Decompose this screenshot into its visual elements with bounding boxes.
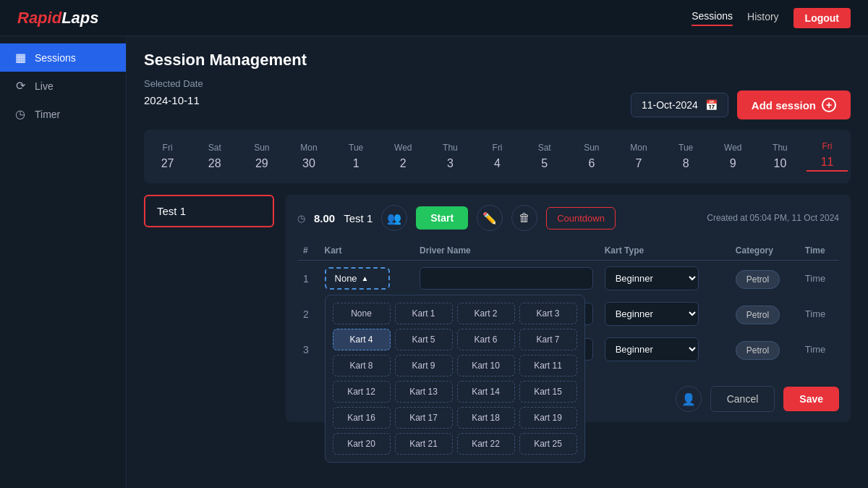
cancel-button[interactable]: Cancel xyxy=(710,386,775,412)
kart-option-kart-12[interactable]: Kart 12 xyxy=(333,381,391,403)
table-row: 1None▲NoneKart 1Kart 2Kart 3Kart 4Kart 5… xyxy=(297,261,839,297)
time-cell: Time xyxy=(799,261,839,297)
cal-day-30[interactable]: Mon30 xyxy=(285,138,332,174)
col-num: # xyxy=(297,241,319,261)
calendar-row: Fri27Sat28Sun29Mon30Tue1Wed2Thu3Fri4Sat5… xyxy=(144,130,851,183)
kart-option-kart-15[interactable]: Kart 15 xyxy=(519,381,577,403)
cal-day-7[interactable]: Mon7 xyxy=(615,138,662,174)
cal-day-27[interactable]: Fri27 xyxy=(144,138,191,174)
kart-option-kart-18[interactable]: Kart 18 xyxy=(457,407,515,429)
kart-option-kart-13[interactable]: Kart 13 xyxy=(395,381,453,403)
kart-option-kart-17[interactable]: Kart 17 xyxy=(395,407,453,429)
cal-day-5[interactable]: Sat5 xyxy=(521,138,568,174)
category-cell: Petrol xyxy=(730,332,799,367)
kart-option-kart-1[interactable]: Kart 1 xyxy=(395,303,453,324)
nav-links: Sessions History Logout xyxy=(692,8,851,28)
sidebar: ▦ Sessions ⟳ Live ◷ Timer xyxy=(0,36,127,488)
sidebar-sessions-label: Sessions xyxy=(35,52,76,64)
cal-day-9[interactable]: Wed9 xyxy=(710,138,757,174)
kart-option-kart-2[interactable]: Kart 2 xyxy=(457,303,515,324)
add-session-button[interactable]: Add session + xyxy=(737,91,851,119)
clock-icon: ◷ xyxy=(297,213,305,224)
category-cell: Petrol xyxy=(730,296,799,332)
kart-option-kart-9[interactable]: Kart 9 xyxy=(395,355,453,376)
session-topbar: ◷ 8.00 Test 1 👥 Start ✏️ 🗑 Countdown Cre… xyxy=(297,205,839,231)
session-name: Test 1 xyxy=(344,212,373,224)
kart-option-kart-5[interactable]: Kart 5 xyxy=(395,329,453,350)
person-action-icon-btn[interactable]: 👤 xyxy=(676,386,702,412)
cal-day-10[interactable]: Thu10 xyxy=(757,138,804,174)
kart-option-kart-11[interactable]: Kart 11 xyxy=(519,355,577,376)
created-at: Created at 05:04 PM, 11 Oct 2024 xyxy=(707,213,839,223)
kart-cell: None▲NoneKart 1Kart 2Kart 3Kart 4Kart 5K… xyxy=(319,261,414,297)
session-content: ◷ 8.00 Test 1 👥 Start ✏️ 🗑 Countdown Cre… xyxy=(286,195,851,422)
kart-option-kart-7[interactable]: Kart 7 xyxy=(519,329,577,350)
sidebar-item-live[interactable]: ⟳ Live xyxy=(0,72,126,100)
cal-day-29[interactable]: Sun29 xyxy=(238,138,285,174)
kart-option-kart-14[interactable]: Kart 14 xyxy=(457,381,515,403)
person-group-icon-btn[interactable]: 👥 xyxy=(381,205,407,231)
cal-day-11[interactable]: Fri11 xyxy=(804,137,851,176)
col-category: Category xyxy=(730,241,799,261)
kart-dropdown-wrap: None▲NoneKart 1Kart 2Kart 3Kart 4Kart 5K… xyxy=(325,267,409,290)
date-display: 11-Oct-2024 xyxy=(642,99,698,111)
kart-option-kart-10[interactable]: Kart 10 xyxy=(457,355,515,376)
session-time-value: 8.00 xyxy=(314,212,335,224)
start-button[interactable]: Start xyxy=(416,206,468,230)
timer-icon: ◷ xyxy=(13,107,27,121)
kart-option-kart-16[interactable]: Kart 16 xyxy=(333,407,391,429)
sidebar-item-timer[interactable]: ◷ Timer xyxy=(0,100,126,128)
sidebar-live-label: Live xyxy=(35,80,54,92)
petrol-badge: Petrol xyxy=(736,341,780,360)
edit-icon-btn[interactable]: ✏️ xyxy=(477,205,503,231)
cal-day-3[interactable]: Thu3 xyxy=(427,138,474,174)
kart-option-kart-21[interactable]: Kart 21 xyxy=(395,433,453,455)
category-cell: Petrol xyxy=(730,261,799,297)
kart-dropdown-trigger[interactable]: None▲ xyxy=(325,267,390,290)
kart-type-cell: BeginnerIntermediateAdvanced xyxy=(599,332,730,367)
selected-date-label: Selected Date xyxy=(144,78,851,89)
date-input-box[interactable]: 11-Oct-2024 📅 xyxy=(631,93,728,117)
kart-option-kart-3[interactable]: Kart 3 xyxy=(519,303,577,324)
col-time: Time xyxy=(799,241,839,261)
kart-type-select[interactable]: BeginnerIntermediateAdvanced xyxy=(605,266,699,290)
topnav: RapidLaps Sessions History Logout xyxy=(0,0,868,36)
save-button[interactable]: Save xyxy=(783,387,839,411)
live-icon: ⟳ xyxy=(13,79,27,93)
kart-option-none[interactable]: None xyxy=(333,303,391,324)
main-layout: ▦ Sessions ⟳ Live ◷ Timer Session Manage… xyxy=(0,36,868,488)
countdown-button[interactable]: Countdown xyxy=(546,207,616,230)
logout-button[interactable]: Logout xyxy=(793,8,851,28)
kart-type-select[interactable]: BeginnerIntermediateAdvanced xyxy=(605,302,699,326)
session-item[interactable]: Test 1 xyxy=(144,195,274,227)
col-kart: Kart xyxy=(319,241,414,261)
kart-option-kart-19[interactable]: Kart 19 xyxy=(519,407,577,429)
col-driver: Driver Name xyxy=(414,241,599,261)
nav-sessions[interactable]: Sessions xyxy=(692,10,733,26)
kart-option-kart-8[interactable]: Kart 8 xyxy=(333,355,391,376)
session-panel: Test 1 ◷ 8.00 Test 1 👥 Start ✏️ 🗑 Countd… xyxy=(144,195,851,422)
row-num: 3 xyxy=(297,332,319,367)
cal-day-2[interactable]: Wed2 xyxy=(380,138,427,174)
kart-option-kart-20[interactable]: Kart 20 xyxy=(333,433,391,455)
kart-option-kart-22[interactable]: Kart 22 xyxy=(457,433,515,455)
logo-laps: Laps xyxy=(61,9,98,27)
cal-day-1[interactable]: Tue1 xyxy=(333,138,380,174)
cal-day-28[interactable]: Sat28 xyxy=(191,138,238,174)
chevron-up-icon: ▲ xyxy=(362,274,369,282)
cal-day-6[interactable]: Sun6 xyxy=(568,138,615,174)
kart-option-kart-6[interactable]: Kart 6 xyxy=(457,329,515,350)
plus-circle-icon: + xyxy=(822,98,836,112)
logo: RapidLaps xyxy=(17,9,98,28)
sidebar-item-sessions[interactable]: ▦ Sessions xyxy=(0,43,126,72)
delete-icon-btn[interactable]: 🗑 xyxy=(511,205,537,231)
page-title: Session Management xyxy=(144,51,851,70)
kart-type-select[interactable]: BeginnerIntermediateAdvanced xyxy=(605,337,699,361)
cal-day-4[interactable]: Fri4 xyxy=(474,138,521,174)
kart-option-kart-4[interactable]: Kart 4 xyxy=(333,329,391,350)
driver-input[interactable] xyxy=(420,267,593,290)
kart-option-kart-25[interactable]: Kart 25 xyxy=(519,433,577,455)
cal-day-8[interactable]: Tue8 xyxy=(663,138,710,174)
session-list: Test 1 xyxy=(144,195,274,422)
nav-history[interactable]: History xyxy=(747,11,779,25)
